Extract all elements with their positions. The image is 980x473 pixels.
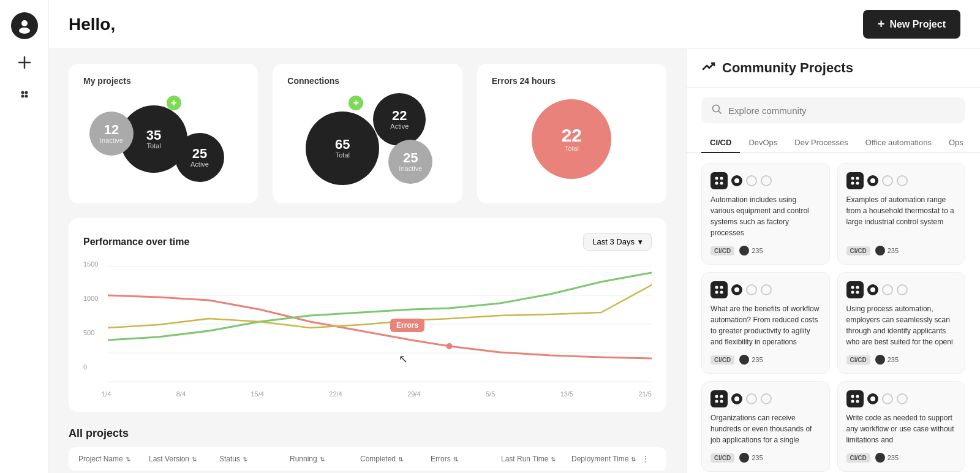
card-1-badge: CI/CD [710, 246, 734, 255]
community-card-5[interactable]: Organizations can receive hundreds or ev… [701, 381, 830, 472]
card-4-github-icon [867, 284, 878, 295]
svg-point-4 [21, 91, 24, 94]
card-5-circle-1 [746, 393, 757, 404]
svg-point-30 [734, 287, 739, 292]
chart-svg [108, 260, 652, 383]
search-icon [711, 104, 722, 117]
svg-point-18 [715, 182, 718, 185]
svg-point-7 [24, 95, 28, 98]
community-title: Community Projects [722, 60, 853, 76]
chart-wrapper: 1500 1000 500 0 [83, 260, 652, 385]
connections-title: Connections [287, 76, 447, 86]
card-1-footer: CI/CD 235 [710, 246, 821, 255]
add-connection-button[interactable]: + [349, 96, 363, 110]
tab-devops[interactable]: DevOps [740, 133, 786, 153]
card-2-badge: CI/CD [846, 246, 870, 255]
avatar[interactable] [11, 12, 38, 39]
card-6-circle-1 [882, 393, 893, 404]
community-card-4[interactable]: Using process automation, employers can … [837, 272, 966, 374]
add-icon[interactable] [16, 54, 33, 71]
active-bubble: 25 Active [175, 133, 224, 182]
card-6-avatar [875, 453, 885, 463]
chart-title: Performance over time [83, 236, 189, 248]
card-2-icons [846, 172, 957, 189]
svg-point-6 [21, 95, 24, 98]
community-card-6[interactable]: Write code as needed to support any work… [837, 381, 966, 472]
x-label-3: 15/4 [251, 390, 263, 398]
y-label-0: 0 [83, 363, 98, 371]
card-4-badge: CI/CD [846, 355, 870, 365]
tab-cicd[interactable]: CI/CD [701, 133, 740, 153]
connections-bubbles: + 22 Active 65 Total 25 [287, 93, 447, 191]
community-card-1[interactable]: Automation includes using various equipm… [701, 163, 830, 265]
move-icon[interactable] [16, 86, 33, 103]
card-6-circle-2 [897, 393, 908, 404]
card-6-github-icon [867, 393, 878, 404]
card-4-main-icon [846, 281, 864, 298]
errors-total-bubble: 22 Total [532, 99, 611, 179]
tab-dev-processes[interactable]: Dev Processes [786, 133, 856, 153]
tab-ops[interactable]: Ops [940, 133, 972, 153]
card-6-footer: CI/CD 235 [846, 453, 957, 463]
svg-point-19 [720, 182, 723, 185]
svg-point-32 [856, 286, 859, 289]
svg-point-38 [715, 400, 718, 403]
card-6-icons [846, 390, 957, 407]
card-6-badge: CI/CD [846, 453, 870, 463]
search-bar[interactable] [701, 97, 965, 123]
card-4-icons [846, 281, 957, 298]
tab-office-automations[interactable]: Office automations [857, 133, 940, 153]
add-project-button[interactable]: + [167, 96, 181, 110]
community-card-3[interactable]: What are the benefits of workflow automa… [701, 272, 830, 374]
card-2-circle-1 [882, 175, 893, 186]
svg-point-13 [446, 343, 452, 349]
col-project-name: Project Name ⇅ [78, 455, 149, 463]
card-5-icons [710, 390, 821, 407]
x-label-7: 13/5 [560, 390, 573, 398]
card-1-circle-2 [761, 175, 772, 186]
errors-tooltip: Errors [390, 319, 424, 332]
trending-icon [701, 59, 716, 77]
svg-point-44 [856, 400, 859, 403]
card-6-desc: Write code as needed to support any work… [846, 412, 957, 445]
svg-point-16 [715, 177, 718, 180]
svg-point-26 [715, 286, 718, 289]
card-6-stat: 235 [875, 453, 899, 463]
card-3-desc: What are the benefits of workflow automa… [710, 303, 821, 347]
category-tabs: CI/CD DevOps Dev Processes Office automa… [687, 133, 980, 153]
conn-total-bubble: 65 Total [306, 112, 379, 185]
card-3-circle-1 [746, 284, 757, 295]
new-project-button[interactable]: + New Project [863, 10, 960, 39]
community-card-2[interactable]: Examples of automation range from a hous… [837, 163, 966, 265]
svg-point-25 [870, 178, 875, 183]
x-label-2: 8/4 [176, 390, 186, 398]
errors-bubbles: 22 Total [492, 93, 652, 191]
svg-point-39 [720, 400, 723, 403]
main-content: Hello, + New Project My projects + 35 [49, 0, 980, 473]
card-5-avatar [739, 453, 749, 463]
stats-row: My projects + 35 Total 25 Active [69, 64, 666, 203]
col-last-version: Last Version ⇅ [149, 455, 219, 463]
col-actions: ⋮ [642, 455, 657, 463]
sidebar [0, 0, 49, 473]
card-5-badge: CI/CD [710, 453, 734, 463]
card-2-avatar [875, 246, 885, 255]
card-5-footer: CI/CD 235 [710, 453, 821, 463]
card-2-stat: 235 [875, 246, 899, 255]
card-3-avatar [739, 355, 749, 365]
projects-table: Project Name ⇅ Last Version ⇅ Status ⇅ [69, 447, 666, 471]
errors-card: Errors 24 hours 22 Total [477, 64, 666, 203]
community-grid: Automation includes using various equipm… [687, 153, 980, 473]
search-input[interactable] [728, 105, 956, 116]
all-projects-section: All projects Project Name ⇅ Last Version… [69, 427, 666, 471]
svg-point-45 [870, 396, 875, 401]
content-area: My projects + 35 Total 25 Active [49, 49, 980, 473]
connections-card: Connections + 22 Active 65 Total [273, 64, 462, 203]
x-label-4: 22/4 [329, 390, 342, 398]
svg-point-35 [870, 287, 875, 292]
svg-point-33 [851, 291, 854, 294]
card-1-icons [710, 172, 821, 189]
card-5-github-icon [731, 393, 742, 404]
col-completed: Completed ⇅ [360, 455, 431, 463]
chart-filter-button[interactable]: Last 3 Days ▾ [583, 233, 652, 251]
